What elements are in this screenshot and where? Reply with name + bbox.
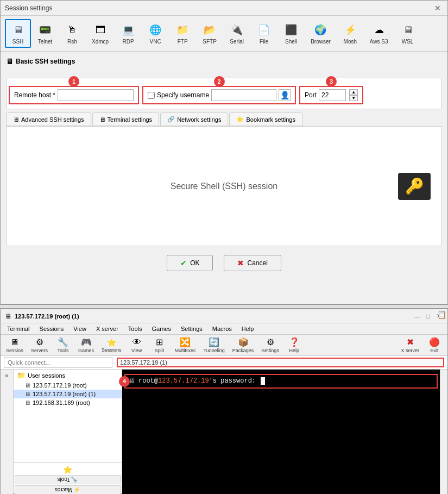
sftp-label: SFTP (203, 39, 217, 45)
toolbar-view[interactable]: 👁 View (126, 336, 148, 354)
port-decrement-button[interactable]: ▼ (349, 95, 358, 101)
ok-button[interactable]: ✔ OK (167, 255, 213, 271)
protocol-vnc[interactable]: 🌐 VNC (142, 19, 168, 48)
username-input[interactable] (211, 89, 276, 101)
toolbar-session-label: Session (6, 348, 23, 353)
toolbar-multiexec-label: MultiExec (175, 348, 196, 353)
toolbar-help-icon: ❓ (289, 337, 300, 347)
protocol-mosh[interactable]: ⚡ Mosh (337, 19, 363, 48)
toolbar-session[interactable]: 🖥 Session (3, 336, 27, 354)
session-entry-3[interactable]: 🖥 192.168.31.169 (root) (14, 398, 122, 407)
protocol-telnet[interactable]: 📟 Telnet (32, 19, 58, 48)
toolbar-multiexec[interactable]: 🔀 MultiExec (172, 336, 199, 354)
toolbar-multiexec-icon: 🔀 (180, 337, 191, 347)
sidebar-collapse-arrow[interactable]: « (5, 372, 9, 379)
protocol-browser[interactable]: 🌍 Browser (305, 19, 336, 48)
dialog-buttons: ✔ OK ✖ Cancel (1, 255, 447, 271)
toolbar-sessions[interactable]: ⭐ Sessions (98, 337, 125, 354)
protocol-ftp[interactable]: 📁 FTP (169, 19, 195, 48)
toolbar-tools[interactable]: 🔧 Tools (52, 336, 74, 354)
port-input[interactable] (319, 89, 346, 101)
terminal-titlebar: 🖥 123.57.172.19 (root) (1) — □ ✕ (1, 309, 447, 323)
advanced-ssh-icon: 🖥 (13, 116, 19, 123)
ssh-session-text: Secure Shell (SSH) session (171, 182, 277, 191)
toolbar-xserver[interactable]: ✖ X server (397, 336, 422, 354)
toolbar-exit-icon: 🔴 (429, 337, 440, 347)
protocol-rdp[interactable]: 💻 RDP (115, 19, 141, 48)
terminal-minimize-button[interactable]: — (413, 312, 421, 321)
annotation-badge-3: 3 (326, 76, 337, 87)
menu-terminal[interactable]: Terminal (3, 324, 34, 333)
toolbar-games[interactable]: 🎮 Games (75, 336, 97, 354)
protocol-rsh[interactable]: 🖱 Rsh (59, 19, 85, 48)
favorites-star-icon[interactable]: ⭐ (15, 465, 121, 474)
session-entry-2[interactable]: 🖥 123.57.172.19 (root) (1) (14, 390, 122, 398)
ok-label: OK (190, 259, 199, 267)
toolbar-exit[interactable]: 🔴 Exit (424, 336, 445, 354)
tab-bookmark-settings[interactable]: ⭐ Bookmark settings (229, 112, 302, 126)
menu-view[interactable]: View (69, 324, 91, 333)
specify-username-checkbox[interactable] (148, 92, 155, 99)
toolbar-xserver-label: X server (401, 348, 419, 353)
toolbar-exit-label: Exit (430, 348, 438, 353)
cursor (261, 377, 265, 385)
protocol-ssh[interactable]: 🖥 SSH (5, 19, 31, 48)
user-icon-button[interactable]: 👤 (279, 89, 291, 101)
remote-host-input[interactable] (58, 89, 134, 101)
bookmark-settings-icon: ⭐ (236, 116, 244, 123)
sessions-folder[interactable]: 📁 User sessions (14, 370, 122, 381)
clipboard-icon[interactable]: 📋 (437, 310, 446, 319)
menu-macros[interactable]: Macros (208, 324, 236, 333)
sessions-panel: 📁 User sessions 🖥 123.57.172.19 (root) 🖥… (14, 370, 122, 494)
protocol-wsl[interactable]: 🖥 WSL (395, 19, 421, 48)
tab-advanced-ssh-label: Advanced SSH settings (21, 116, 84, 123)
protocol-sftp[interactable]: 📂 SFTP (197, 19, 223, 48)
toolbar-settings[interactable]: ⚙ Settings (258, 336, 282, 354)
toolbar-tunneling[interactable]: 🔄 Tunneling (200, 336, 228, 354)
tab-network-settings[interactable]: 🔗 Network settings (160, 112, 228, 126)
sessions-list: 📁 User sessions 🖥 123.57.172.19 (root) 🖥… (14, 370, 122, 462)
menu-tools[interactable]: Tools (124, 324, 147, 333)
password-prompt-text: root@123.57.172.19's password: (138, 377, 265, 385)
toolbar-packages[interactable]: 📦 Packages (229, 336, 257, 354)
menu-xserver[interactable]: X server (92, 324, 123, 333)
file-icon: 📄 (256, 22, 272, 37)
terminal-scrollbar[interactable] (440, 370, 447, 494)
protocol-xdmcp[interactable]: 🗖 Xdmcp (86, 19, 114, 48)
protocol-awss3[interactable]: ☁ Aws S3 (364, 19, 394, 48)
terminal-title: 123.57.172.19 (root) (1) (15, 313, 79, 320)
mosh-icon: ⚡ (343, 22, 358, 37)
shell-icon: ⬛ (283, 22, 299, 37)
menu-sessions[interactable]: Sessions (35, 324, 68, 333)
protocol-file[interactable]: 📄 File (251, 19, 277, 48)
annotation-badge-2: 2 (214, 76, 225, 87)
menu-settings[interactable]: Settings (176, 324, 207, 333)
quick-connect-input[interactable] (4, 357, 112, 368)
password-prompt: 4 🖥 root@123.57.172.19's password: (124, 374, 438, 389)
toolbar-session-icon: 🖥 (10, 337, 19, 347)
terminal-maximize-button[interactable]: □ (424, 312, 432, 321)
port-increment-button[interactable]: ▲ (349, 89, 358, 95)
tools-side-tab[interactable]: 🔧 Tools (15, 475, 121, 484)
toolbar-sessions-icon: ⭐ (107, 338, 116, 347)
toolbar-split[interactable]: ⊞ Split (149, 336, 171, 354)
session-entry-1[interactable]: 🖥 123.57.172.19 (root) (14, 381, 122, 390)
tab-terminal-settings[interactable]: 🖥 Terminal settings (92, 112, 160, 126)
protocol-shell[interactable]: ⬛ Shell (278, 19, 304, 48)
menu-help[interactable]: Help (237, 324, 258, 333)
serial-icon: 🔌 (229, 22, 244, 37)
app-toolbar: 🖥 Session ⚙ Servers 🔧 Tools 🎮 Games ⭐ Se… (1, 335, 447, 356)
macros-side-tab[interactable]: ⚡ Macros (15, 485, 121, 494)
tab-advanced-ssh[interactable]: 🖥 Advanced SSH settings (6, 112, 91, 126)
protocol-serial[interactable]: 🔌 Serial (224, 19, 250, 48)
prompt-ip: 123.57.172.19 (158, 378, 209, 385)
vnc-label: VNC (150, 39, 161, 45)
session-close-button[interactable]: ✕ (432, 3, 443, 14)
toolbar-servers[interactable]: ⚙ Servers (28, 336, 51, 354)
toolbar-view-label: View (131, 348, 142, 353)
toolbar-help[interactable]: ❓ Help (283, 336, 305, 354)
menu-games[interactable]: Games (148, 324, 175, 333)
remote-host-label: Remote host * (14, 91, 55, 99)
cancel-button[interactable]: ✖ Cancel (224, 255, 281, 271)
terminal-area: 4 🖥 root@123.57.172.19's password: (122, 370, 440, 494)
